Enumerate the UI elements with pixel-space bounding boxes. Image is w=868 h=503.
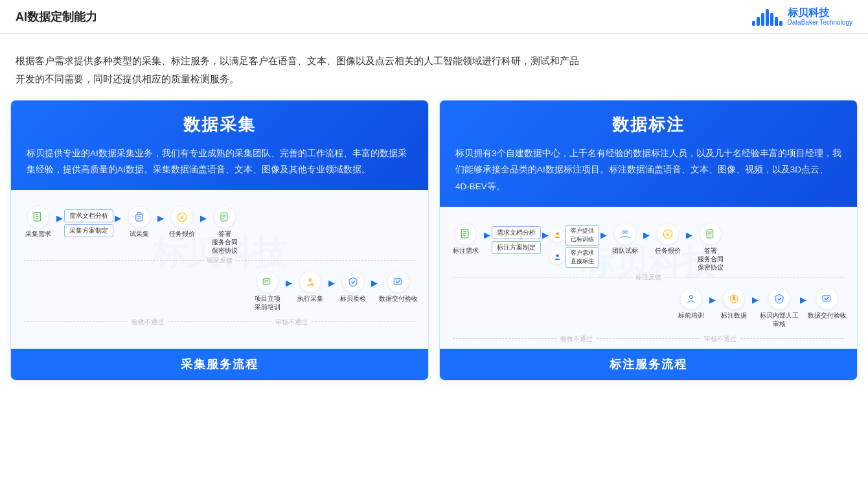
feedback-row-1: 试采反馈 <box>24 256 415 265</box>
exec-collect-node: 执行采集 <box>293 272 327 303</box>
feedback-label-r1: 标注反馈 <box>633 273 664 282</box>
arr-rb1: ▶ <box>800 295 806 305</box>
box-collect-plan: 采集方案制定 <box>64 224 113 237</box>
annotate-demand-node: 标注需求 <box>449 224 483 255</box>
task-price2-label: 任务报价 <box>655 246 681 255</box>
annotation-desc: 标贝拥有3个自建数据中心，上千名有经验的数据标注人员，以及几十名经验丰富的项目经… <box>455 145 841 195</box>
arrow-4: ▶ <box>200 213 207 223</box>
svg-point-36 <box>733 296 735 298</box>
project-train-icon <box>257 272 278 292</box>
svg-point-26 <box>622 230 626 233</box>
dfd2-left <box>24 322 128 322</box>
collect-demand-label: 采集需求 <box>25 229 51 238</box>
task-price2-node: ¥ 任务报价 <box>651 224 685 255</box>
data-accept-node: 数据交付验收 <box>379 272 418 303</box>
exec-collect-icon <box>300 272 321 292</box>
data-accept2-label: 数据交付验收 <box>808 311 847 320</box>
box-demand-analysis-r: 需求文档分析 <box>492 226 541 239</box>
arr-r4: ▶ <box>643 230 650 240</box>
quality-check-node: 标贝质检 <box>336 272 370 303</box>
svg-rect-4 <box>137 212 141 214</box>
arr-r1: ▶ <box>484 230 490 240</box>
main-columns: 数据采集 标贝提供专业的AI数据采集业务，我们有专业成熟的采集团队、完善的工作流… <box>0 100 868 391</box>
choice-box-2: 客户需求直接标注 <box>565 247 599 268</box>
logo-area: 标贝科技 DataBaker Technology <box>752 6 852 27</box>
dfd-r1-right <box>664 277 844 277</box>
header: AI数据定制能力 标贝科技 DataBaker Technology <box>0 0 868 34</box>
svg-rect-14 <box>394 279 401 285</box>
data-accept-label: 数据交付验收 <box>379 294 418 303</box>
svg-point-15 <box>309 279 312 282</box>
person-icon-1 <box>550 228 564 242</box>
bar7 <box>779 21 782 26</box>
box-annotate-plan: 标注方案制定 <box>492 241 541 254</box>
collection-header: 数据采集 标贝提供专业的AI数据采集业务，我们有专业成熟的采集团队、完善的工作流… <box>11 100 428 190</box>
svg-rect-34 <box>823 295 830 301</box>
data-accept2-node: 数据交付验收 <box>808 288 847 320</box>
arr-r5: ▶ <box>686 230 692 240</box>
collect-box-group: 需求文档分析 采集方案制定 <box>64 209 113 237</box>
arr-rb3: ▶ <box>709 295 716 305</box>
svg-rect-17 <box>263 279 270 285</box>
bar1 <box>752 21 755 26</box>
internal-review-node: 标贝内部人工审核 <box>760 288 799 328</box>
task-price-label: 任务报价 <box>169 229 195 238</box>
annotate-box-group: 需求文档分析 标注方案制定 <box>492 226 541 254</box>
arrow-2: ▶ <box>115 213 121 223</box>
feedback-label-r2-right: 审核不通过 <box>700 334 740 344</box>
logo-bars-icon <box>752 8 782 26</box>
data-accept-icon <box>388 272 409 292</box>
dfd2r-mid <box>597 338 700 339</box>
annotation-title: 数据标注 <box>455 113 841 136</box>
logo-name: 标贝科技 <box>788 6 852 19</box>
intro-text-1: 根据客户需求提供多种类型的采集、标注服务，以满足客户在语音、文本、图像以及点云相… <box>16 52 632 70</box>
arrow-b3: ▶ <box>286 278 292 288</box>
feedback-label-r2-left: 验收不通过 <box>556 334 597 344</box>
dfd2r-left <box>453 338 556 339</box>
exec-collect-label: 执行采集 <box>297 294 323 303</box>
logo-sub: DataBaker Technology <box>788 19 852 27</box>
svg-rect-5 <box>136 214 143 221</box>
dfd2-mid <box>168 322 271 322</box>
task-price2-icon: ¥ <box>657 224 678 244</box>
sign-contract2-icon <box>700 224 721 244</box>
feedback-row-2: 验收不通过 审核不通过 <box>24 318 415 327</box>
dfd2-right <box>312 322 415 322</box>
project-train-label: 项目立项 采前培训 <box>255 294 280 311</box>
annotate-demand-icon <box>455 224 476 244</box>
sign-contract2-node: 签署 服务合同 保密协议 <box>694 224 727 272</box>
box-demand-analysis: 需求文档分析 <box>64 209 113 222</box>
person-icon-2 <box>550 250 564 264</box>
annotation-header: 数据标注 标贝拥有3个自建数据中心，上千名有经验的数据标注人员，以及几十名经验丰… <box>440 100 857 207</box>
internal-review-icon <box>769 288 790 309</box>
task-price-icon: ¥ <box>172 207 192 228</box>
bar4 <box>766 9 769 26</box>
arrow-1: ▶ <box>56 213 63 223</box>
trial-collect-label: 试采集 <box>130 229 149 238</box>
pre-train-icon <box>681 288 702 309</box>
logo-text: 标贝科技 DataBaker Technology <box>788 6 852 27</box>
trial-collect-node: 试采集 <box>122 207 156 238</box>
collect-demand-icon <box>28 207 49 228</box>
task-price-node: ¥ 任务报价 <box>165 207 199 238</box>
feedback-label-2-right: 审核不通过 <box>271 318 312 327</box>
intro-section: 根据客户需求提供多种类型的采集、标注服务，以满足客户在语音、文本、图像以及点云相… <box>0 34 648 100</box>
trial-collect-icon <box>129 207 150 228</box>
arrow-b2: ▶ <box>328 278 335 288</box>
svg-point-37 <box>689 295 692 298</box>
collection-top-flow: 采集需求 ▶ 需求文档分析 采集方案制定 ▶ 试采集 ▶ <box>17 200 422 256</box>
annotate-data-node: 标注数据 <box>717 288 751 320</box>
page-title: AI数据定制能力 <box>16 9 97 25</box>
annotate-choice-group: 客户提供已标训练 客户需求直接标注 <box>550 225 599 268</box>
bar5 <box>770 13 773 26</box>
collection-footer: 采集服务流程 <box>11 349 428 380</box>
annotate-data-icon <box>724 288 744 309</box>
collection-title: 数据采集 <box>27 113 413 136</box>
svg-point-16 <box>312 283 314 285</box>
team-test-node: 团队试标 <box>608 224 642 255</box>
collection-desc: 标贝提供专业的AI数据采集业务，我们有专业成熟的采集团队、完善的工作流程、丰富的… <box>27 145 413 178</box>
arrow-b1: ▶ <box>371 278 378 288</box>
annotate-demand-label: 标注需求 <box>453 246 479 255</box>
dfd2r-right <box>740 338 844 339</box>
arr-rb2: ▶ <box>752 295 759 305</box>
